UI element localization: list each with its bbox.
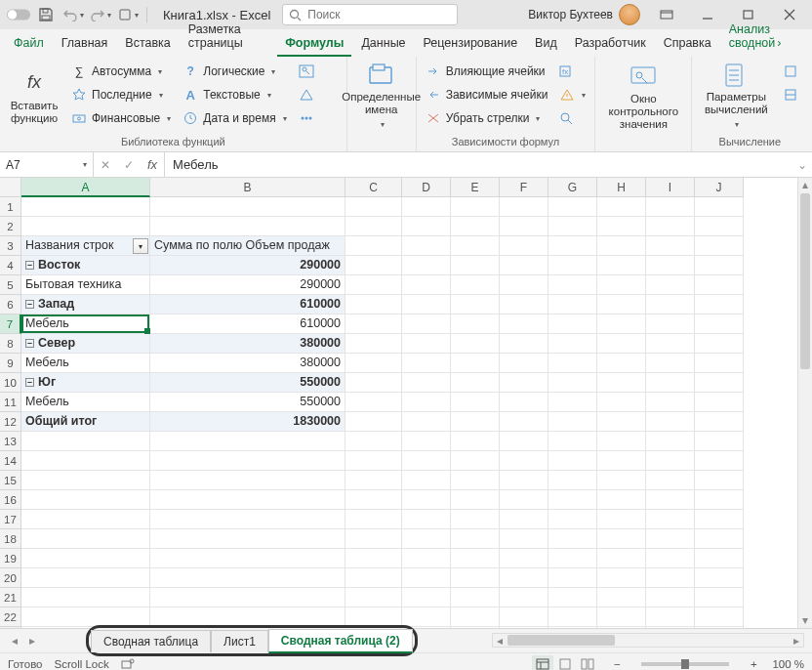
row-header[interactable]: 17 [0, 510, 21, 529]
cell[interactable] [451, 217, 500, 236]
cell[interactable]: Мебель [21, 354, 150, 373]
scroll-down-button[interactable]: ▾ [798, 613, 812, 628]
redo-button[interactable]: ▾ [88, 3, 113, 26]
cell[interactable] [402, 314, 451, 334]
cell[interactable] [500, 334, 548, 354]
cell[interactable]: 1830000 [150, 412, 345, 432]
cell[interactable] [597, 432, 646, 451]
tab-file[interactable]: Файл [6, 30, 52, 57]
cell[interactable] [646, 412, 695, 432]
zoom-knob[interactable] [681, 659, 689, 669]
cell[interactable]: 380000 [150, 334, 345, 354]
collapse-icon[interactable]: – [25, 261, 34, 270]
scroll-up-button[interactable]: ▴ [798, 178, 812, 192]
autosum-button[interactable]: ∑Автосумма▾ [68, 61, 174, 82]
text-button[interactable]: AТекстовые▾ [180, 84, 289, 105]
cell[interactable] [695, 217, 744, 236]
accept-formula-button[interactable]: ✓ [117, 152, 141, 177]
cell[interactable] [548, 549, 597, 568]
row-header[interactable]: 18 [0, 529, 21, 549]
cell[interactable] [451, 275, 500, 295]
hscroll-left[interactable]: ◂ [493, 634, 507, 648]
view-page-break[interactable] [577, 655, 598, 671]
calc-sheet-button[interactable] [780, 84, 801, 105]
column-header[interactable]: E [451, 178, 500, 197]
cell[interactable] [695, 275, 744, 295]
cell[interactable] [21, 549, 150, 568]
column-header[interactable]: I [646, 178, 695, 197]
tab-formulas[interactable]: Формулы [277, 30, 351, 57]
cell[interactable] [500, 510, 548, 529]
cell[interactable] [451, 451, 500, 471]
autosave-toggle[interactable] [6, 3, 31, 26]
cell[interactable] [548, 334, 597, 354]
cell[interactable] [451, 334, 500, 354]
cell[interactable] [21, 607, 150, 627]
cell[interactable] [402, 471, 451, 490]
sheet-nav-prev[interactable]: ◂ [6, 632, 23, 649]
cell[interactable] [548, 217, 597, 236]
cell[interactable] [695, 295, 744, 314]
cell[interactable] [695, 588, 744, 607]
collapse-icon[interactable]: – [25, 378, 34, 387]
cell[interactable] [500, 432, 548, 451]
cell[interactable] [695, 334, 744, 354]
cell[interactable] [402, 256, 451, 275]
cell[interactable] [21, 432, 150, 451]
cell[interactable] [500, 412, 548, 432]
cell[interactable] [345, 549, 402, 568]
row-header[interactable]: 14 [0, 451, 21, 471]
cell[interactable] [21, 451, 150, 471]
hscroll-right[interactable]: ▸ [790, 634, 803, 648]
cell[interactable] [646, 314, 695, 334]
cell[interactable] [695, 490, 744, 510]
collapse-icon[interactable]: – [25, 300, 34, 309]
formula-input[interactable]: Мебель [165, 152, 792, 177]
row-header[interactable]: 2 [0, 217, 21, 236]
cell[interactable] [597, 412, 646, 432]
cell[interactable] [597, 334, 646, 354]
cell[interactable] [548, 510, 597, 529]
cell[interactable] [646, 432, 695, 451]
cell[interactable] [548, 236, 597, 256]
row-header[interactable]: 8 [0, 334, 21, 354]
cell[interactable] [402, 354, 451, 373]
cell[interactable] [451, 373, 500, 393]
cell[interactable] [345, 393, 402, 412]
filter-dropdown-button[interactable]: ▾ [133, 238, 148, 254]
cell[interactable] [548, 412, 597, 432]
cell[interactable] [548, 354, 597, 373]
cell[interactable] [548, 275, 597, 295]
cell[interactable] [695, 607, 744, 627]
cell[interactable] [345, 275, 402, 295]
calculation-options-button[interactable]: Параметры вычислений▾ [698, 61, 774, 131]
cell[interactable] [402, 510, 451, 529]
cell[interactable] [500, 217, 548, 236]
tab-page-layout[interactable]: Разметка страницы [181, 17, 275, 57]
cell[interactable] [597, 197, 646, 217]
sheet-tab-1[interactable]: Лист1 [211, 630, 268, 652]
cell[interactable] [150, 607, 345, 627]
cell[interactable] [646, 334, 695, 354]
cell[interactable] [646, 529, 695, 549]
cell[interactable] [500, 588, 548, 607]
cell[interactable]: –Восток [21, 256, 150, 275]
row-header[interactable]: 15 [0, 471, 21, 490]
cell[interactable] [402, 490, 451, 510]
datetime-button[interactable]: Дата и время▾ [180, 107, 289, 129]
cell[interactable] [695, 373, 744, 393]
column-header[interactable]: G [548, 178, 597, 197]
cell[interactable] [646, 471, 695, 490]
cell[interactable] [646, 451, 695, 471]
cell[interactable] [451, 354, 500, 373]
cell[interactable] [451, 412, 500, 432]
cell[interactable] [548, 432, 597, 451]
cell[interactable] [548, 295, 597, 314]
cell[interactable] [451, 490, 500, 510]
name-box[interactable]: A7 ▾ [0, 152, 94, 177]
sheet-nav-next[interactable]: ▸ [23, 632, 41, 649]
zoom-level[interactable]: 100 % [772, 658, 804, 670]
cell[interactable] [345, 236, 402, 256]
cell[interactable] [451, 314, 500, 334]
cell[interactable] [695, 432, 744, 451]
